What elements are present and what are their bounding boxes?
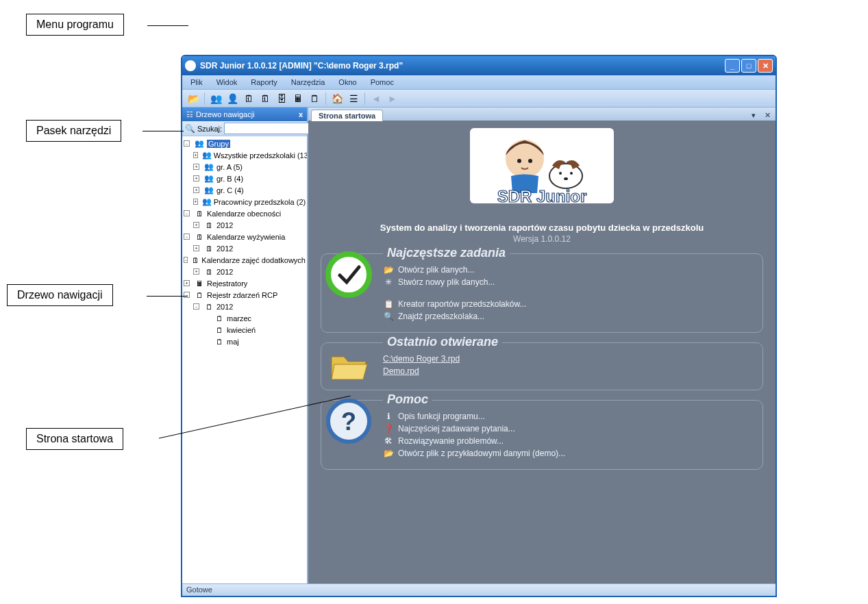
callout-line <box>147 296 188 297</box>
tree-item-label: Kalendarze zajęć dodatkowych <box>201 256 306 264</box>
menu-plik[interactable]: Plik <box>186 77 207 88</box>
expand-icon[interactable]: - <box>184 257 188 263</box>
tree-row[interactable]: +🗓2012 <box>184 219 306 231</box>
tree-row[interactable]: 🗒maj <box>184 336 306 347</box>
tree-row[interactable]: 🗒kwiecień <box>184 324 306 336</box>
callout-line <box>147 25 188 26</box>
tree-item-label: Grupy <box>207 140 230 148</box>
tree-row[interactable]: +🗓2012 <box>184 242 306 254</box>
tree-icon[interactable]: ☰ <box>347 92 360 105</box>
groups-icon[interactable]: 👥 <box>209 92 223 105</box>
help-troubleshoot[interactable]: 🛠Rozwiązywanie problemów... <box>383 435 753 447</box>
callout-startpage: Strona startowa <box>26 428 123 450</box>
menu-raporty[interactable]: Raporty <box>247 77 282 88</box>
help-demo[interactable]: 📂Otwórz plik z przykładowymi danymi (dem… <box>383 447 753 460</box>
folder-icon: 📂 <box>383 265 394 275</box>
tree-row[interactable]: +🗓2012 <box>184 266 306 277</box>
back-icon[interactable]: ◄ <box>369 92 383 105</box>
expand-icon[interactable]: - <box>184 140 190 147</box>
tree-row[interactable]: +👥Wszystkie przedszkolaki (13) <box>184 149 306 161</box>
new-icon: ✳ <box>383 277 394 287</box>
expand-icon[interactable]: + <box>193 245 199 251</box>
tree-row[interactable]: -🗒2012 <box>184 301 306 312</box>
tree-row[interactable]: +👥gr. B (4) <box>184 173 306 184</box>
status-text: Gotowe <box>186 586 212 594</box>
tree-item-label: maj <box>227 338 239 346</box>
tree-row[interactable]: +🖩Rejestratory <box>184 277 306 289</box>
expand-icon[interactable]: - <box>193 303 199 310</box>
forward-icon[interactable]: ► <box>386 92 399 105</box>
recent-file-0[interactable]: C:\demo Roger 3.rpd <box>383 353 753 365</box>
calendar1-icon[interactable]: 🗓 <box>242 92 256 105</box>
tree-item-icon: 🗓 <box>192 256 199 264</box>
expand-icon[interactable]: + <box>193 222 199 228</box>
tree-item-label: gr. A (5) <box>216 163 243 171</box>
task-find-child[interactable]: 🔍Znajdź przedszkolaka... <box>383 310 753 323</box>
tree-row[interactable]: -🗓Kalendarze obecności <box>184 207 306 219</box>
svg-point-7 <box>570 172 573 175</box>
tree-row[interactable]: -👥Grupy <box>184 138 306 149</box>
section-help: ? Pomoc ℹOpis funkcji programu... ❓Najcz… <box>321 400 763 470</box>
expand-icon[interactable]: + <box>193 175 199 181</box>
nav-panel: ☷ Drzewo nawigacji x 🔍 Szukaj: ▸ ☷ -👥Gru… <box>182 108 308 583</box>
tab-dropdown-icon[interactable]: ▾ <box>748 110 759 121</box>
tree-item-icon: 👥 <box>202 151 212 160</box>
task-open-file[interactable]: 📂Otwórz plik danych... <box>383 264 753 276</box>
user-icon[interactable]: 👤 <box>225 92 239 105</box>
tab-start[interactable]: Strona startowa <box>311 110 383 121</box>
help-faq[interactable]: ❓Najczęściej zadawane pytania... <box>383 423 753 435</box>
tree-row[interactable]: 🗒marzec <box>184 312 306 324</box>
tree-item-label: marzec <box>227 314 251 323</box>
menu-narzedzia[interactable]: Narzędzia <box>287 77 330 88</box>
tree-item-label: gr. C (4) <box>216 186 244 194</box>
calendar2-icon[interactable]: 🗓 <box>258 92 272 105</box>
close-button[interactable]: ✕ <box>758 59 773 73</box>
expand-icon[interactable]: - <box>184 292 190 298</box>
menu-okno[interactable]: Okno <box>334 77 360 88</box>
expand-icon[interactable]: + <box>193 164 199 170</box>
nav-tree-icon: ☷ <box>186 110 193 119</box>
menubar: Plik Widok Raporty Narzędzia Okno Pomoc <box>182 75 776 90</box>
table-icon[interactable]: 🗄 <box>275 92 288 105</box>
tree-row[interactable]: +👥Pracownicy przedszkola (2) <box>184 196 306 207</box>
menu-widok[interactable]: Widok <box>212 77 242 88</box>
nav-close-button[interactable]: x <box>299 110 303 118</box>
separator <box>204 92 205 105</box>
expand-icon[interactable]: - <box>184 210 190 216</box>
tree-row[interactable]: -🗒Rejestr zdarzeń RCP <box>184 289 306 301</box>
titlebar[interactable]: SDR Junior 1.0.0.12 [ADMIN] "C:\demo Rog… <box>182 56 776 75</box>
app-window: SDR Junior 1.0.0.12 [ADMIN] "C:\demo Rog… <box>181 55 777 597</box>
callout-line <box>159 396 364 444</box>
start-page: SDR Junior System do analizy i tworzenia… <box>308 121 776 583</box>
wrench-icon: 🛠 <box>383 436 394 446</box>
tree-row[interactable]: +👥gr. A (5) <box>184 161 306 173</box>
tree-row[interactable]: -🗓Kalendarze wyżywienia <box>184 231 306 242</box>
help-desc[interactable]: ℹOpis funkcji programu... <box>383 410 753 423</box>
tree-item-icon: 🗒 <box>214 338 225 346</box>
recent-file-1[interactable]: Demo.rpd <box>383 365 753 377</box>
expand-icon[interactable]: + <box>193 152 198 158</box>
tree-item-icon: 🗓 <box>194 210 205 218</box>
calc-icon[interactable]: 🖩 <box>291 92 305 105</box>
expand-icon[interactable]: + <box>193 199 198 205</box>
list-icon[interactable]: 🗒 <box>308 92 321 105</box>
nav-tree[interactable]: -👥Grupy+👥Wszystkie przedszkolaki (13)+👥g… <box>182 136 307 583</box>
callout-menu: Menu programu <box>26 14 124 36</box>
tree-item-icon: 👥 <box>202 197 212 206</box>
home-icon[interactable]: 🏠 <box>330 92 344 105</box>
minimize-button[interactable]: _ <box>725 59 740 73</box>
svg-point-8 <box>564 177 568 180</box>
tree-row[interactable]: +👥gr. C (4) <box>184 184 306 196</box>
expand-icon[interactable]: + <box>184 280 190 286</box>
task-new-file[interactable]: ✳Stwórz nowy plik danych... <box>383 276 753 288</box>
expand-icon[interactable]: + <box>193 268 199 275</box>
tab-close-icon[interactable]: ✕ <box>762 110 773 121</box>
open-icon[interactable]: 📂 <box>186 92 200 105</box>
expand-icon[interactable]: - <box>184 234 190 240</box>
menu-pomoc[interactable]: Pomoc <box>367 77 398 88</box>
tree-item-label: Kalendarze wyżywienia <box>207 233 285 241</box>
maximize-button[interactable]: □ <box>741 59 756 73</box>
tree-row[interactable]: -🗓Kalendarze zajęć dodatkowych <box>184 254 306 266</box>
task-report-wizard[interactable]: 📋Kreator raportów przedszkolaków... <box>383 298 753 310</box>
expand-icon[interactable]: + <box>193 187 199 193</box>
